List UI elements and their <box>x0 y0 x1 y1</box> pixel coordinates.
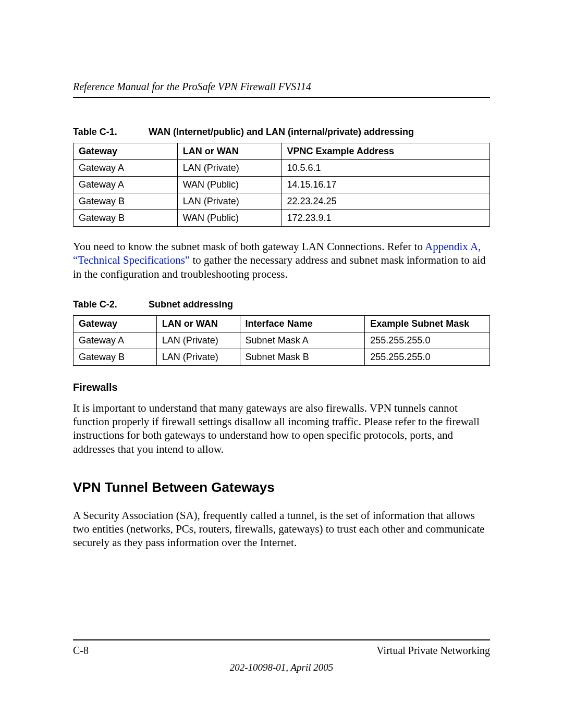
footer-doc-rev: 202-10098-01, April 2005 <box>73 662 490 673</box>
table-cell: 22.23.24.25 <box>282 193 490 210</box>
table-cell: Subnet Mask B <box>240 349 365 365</box>
table-cell: WAN (Public) <box>177 177 282 193</box>
table-cell: Gateway B <box>74 349 157 365</box>
table-cell: LAN (Private) <box>177 193 282 210</box>
paragraph-subnet-mask-note: You need to know the subnet mask of both… <box>73 240 490 281</box>
header-rule <box>73 97 490 98</box>
table-cell: Gateway A <box>74 177 178 193</box>
heading-firewalls: Firewalls <box>73 381 490 393</box>
table-row: Gateway B WAN (Public) 172.23.9.1 <box>74 210 490 227</box>
table-c1-number: Table C-1. <box>73 127 146 138</box>
table-cell: WAN (Public) <box>177 210 282 227</box>
table-row: Gateway A LAN (Private) Subnet Mask A 25… <box>74 332 490 349</box>
table-header-cell: VPNC Example Address <box>282 143 490 160</box>
table-c2-title: Subnet addressing <box>149 299 233 310</box>
table-c2-number: Table C-2. <box>73 299 146 310</box>
table-cell: Subnet Mask A <box>240 332 365 349</box>
table-c1-title: WAN (Internet/public) and LAN (internal/… <box>149 127 414 137</box>
table-cell: Gateway A <box>74 332 157 349</box>
table-header-cell: Gateway <box>74 315 157 332</box>
running-header: Reference Manual for the ProSafe VPN Fir… <box>73 81 490 93</box>
table-header-cell: LAN or WAN <box>156 315 240 332</box>
table-c1: Gateway LAN or WAN VPNC Example Address … <box>73 143 490 227</box>
footer-section-title: Virtual Private Networking <box>376 645 490 657</box>
footer-rule <box>73 639 490 640</box>
page-footer: C-8 Virtual Private Networking 202-10098… <box>73 639 490 673</box>
table-cell: 10.5.6.1 <box>282 160 490 177</box>
table-cell: 255.255.255.0 <box>365 349 490 365</box>
heading-vpn-tunnel: VPN Tunnel Between Gateways <box>73 479 490 496</box>
table-cell: 255.255.255.0 <box>365 332 490 349</box>
table-row: Gateway LAN or WAN VPNC Example Address <box>74 143 490 160</box>
table-header-cell: Example Subnet Mask <box>365 315 490 332</box>
footer-page-number: C-8 <box>73 645 89 657</box>
table-cell: LAN (Private) <box>156 349 240 365</box>
table-header-cell: Gateway <box>74 143 178 160</box>
table-cell: Gateway A <box>74 160 178 177</box>
table-c2-caption: Table C-2. Subnet addressing <box>73 299 490 310</box>
table-row: Gateway B LAN (Private) 22.23.24.25 <box>74 193 490 210</box>
text-fragment: You need to know the subnet mask of both… <box>73 240 425 253</box>
table-row: Gateway A LAN (Private) 10.5.6.1 <box>74 160 490 177</box>
table-row: Gateway A WAN (Public) 14.15.16.17 <box>74 177 490 193</box>
table-cell: LAN (Private) <box>177 160 282 177</box>
table-cell: 14.15.16.17 <box>282 177 490 193</box>
table-header-cell: Interface Name <box>240 315 365 332</box>
paragraph-firewalls: It is important to understand that many … <box>73 401 490 456</box>
table-cell: Gateway B <box>74 193 178 210</box>
paragraph-vpn-tunnel: A Security Association (SA), frequently … <box>73 509 490 550</box>
table-row: Gateway LAN or WAN Interface Name Exampl… <box>74 315 490 332</box>
table-cell: Gateway B <box>74 210 178 227</box>
table-row: Gateway B LAN (Private) Subnet Mask B 25… <box>74 349 490 365</box>
document-page: Reference Manual for the ProSafe VPN Fir… <box>0 0 563 728</box>
table-c2: Gateway LAN or WAN Interface Name Exampl… <box>73 315 490 366</box>
table-header-cell: LAN or WAN <box>177 143 282 160</box>
table-cell: 172.23.9.1 <box>282 210 490 227</box>
table-c1-caption: Table C-1. WAN (Internet/public) and LAN… <box>73 127 490 138</box>
table-cell: LAN (Private) <box>156 332 240 349</box>
